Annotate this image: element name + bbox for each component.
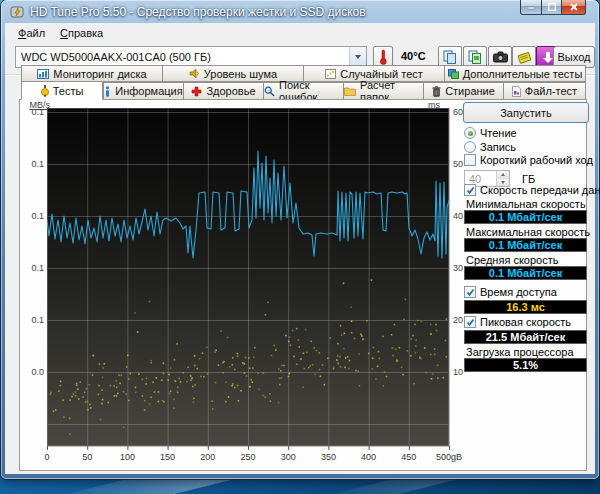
client-area: Файл Справка WDC WD5000AAKX-001CA0 (500 … [5, 23, 595, 474]
menu-bar: Файл Справка [5, 23, 595, 42]
right-axis-tick-label: 10 [453, 367, 463, 377]
access-time-checkbox[interactable]: Время доступа [464, 286, 557, 298]
left-axis-tick-label: 0.1 [20, 159, 44, 169]
tab-extra-tests[interactable]: Дополнительные тесты [444, 65, 586, 82]
max-speed-value: 0.1 Мбайт/сек [464, 238, 587, 252]
tab-label: Мониторинг диска [53, 68, 146, 80]
tab-label: Здоровье [206, 85, 255, 97]
tab-disk-monitor[interactable]: Мониторинг диска [21, 65, 163, 82]
benchmark-chart: MB/s ms 0.10.10.10.10.10.060504030201005… [20, 100, 461, 471]
x-axis-tick-label: 450 [389, 452, 429, 462]
radio-selected-icon [464, 127, 476, 139]
right-axis-tick-label: 40 [453, 211, 463, 221]
drive-select-value: WDC WD5000AAKX-001CA0 (500 ГБ) [16, 51, 349, 63]
copy-image-icon [468, 50, 482, 64]
tab-label: Файл-тест [525, 85, 577, 97]
disk-monitor-icon [37, 69, 49, 79]
cpu-usage-label: Загрузка процессора [466, 346, 574, 358]
tab-error-scan[interactable]: Поиск ошибок [263, 82, 344, 100]
menu-help[interactable]: Справка [54, 25, 109, 41]
left-axis-tick-label: 0.1 [20, 315, 44, 325]
temperature-value: 40°C [401, 50, 426, 62]
x-axis-tick-label: 200 [188, 452, 228, 462]
x-axis-tick-label: 300 [268, 452, 308, 462]
trash-icon [432, 86, 441, 97]
chevron-down-icon [355, 55, 361, 59]
caption-buttons [520, 0, 586, 15]
right-axis-tick-label: 20 [453, 315, 463, 325]
save-note-icon [517, 51, 532, 64]
folder-icon [344, 86, 356, 96]
cpu-usage-value: 5.1% [464, 358, 587, 372]
burst-rate-value: 21.5 Мбайт/сек [464, 330, 587, 344]
tab-tests[interactable]: Тесты [21, 81, 103, 100]
tab-label: Информация [115, 85, 182, 97]
tab-folder-usage[interactable]: Расчет папок [343, 82, 424, 100]
min-speed-label: Минимальная скорость [466, 198, 586, 210]
checkbox-checked-icon [464, 316, 476, 328]
left-axis-tick-label: 0.1 [20, 211, 44, 221]
combo-dropdown-arrow[interactable] [349, 47, 366, 67]
spinner-up-button[interactable] [497, 171, 509, 179]
write-radio[interactable]: Запись [464, 141, 516, 153]
maximize-icon [548, 3, 556, 11]
close-icon [570, 3, 578, 11]
checkbox-unchecked-icon [464, 154, 476, 166]
tab-label: Дополнительные тесты [463, 68, 583, 80]
speaker-icon [189, 68, 200, 79]
radio-unselected-icon [464, 141, 476, 153]
x-axis-tick-label: 500gB [429, 452, 469, 462]
tab-label: Уровень шума [204, 68, 277, 80]
checkbox-checked-icon [464, 286, 476, 298]
burst-rate-checkbox[interactable]: Пиковая скорость [464, 316, 571, 328]
maximize-button[interactable] [542, 0, 562, 15]
right-axis-tick-label: 50 [453, 159, 463, 169]
x-axis-tick-label: 100 [107, 452, 147, 462]
x-axis-tick-label: 400 [349, 452, 389, 462]
min-speed-value: 0.1 Мбайт/сек [464, 210, 587, 224]
title-bar[interactable]: HD Tune Pro 5.50 - Средство проверки жес… [1, 0, 599, 23]
x-axis-tick-label: 350 [308, 452, 348, 462]
minimize-icon [527, 4, 535, 10]
tab-label: Тесты [53, 85, 84, 97]
tab-label: Стирание [445, 85, 495, 97]
random-test-icon [325, 69, 336, 79]
x-axis-tick-label: 250 [228, 452, 268, 462]
x-axis-tick-label: 150 [148, 452, 188, 462]
access-time-value: 16.3 мс [464, 300, 587, 314]
max-speed-label: Максимальная скорость [466, 226, 590, 238]
left-axis-tick-label: 0.0 [20, 367, 44, 377]
app-window: HD Tune Pro 5.50 - Средство проверки жес… [1, 0, 599, 479]
info-icon [104, 86, 111, 97]
read-radio[interactable]: Чтение [464, 127, 517, 139]
tests-tab-page: MB/s ms 0.10.10.10.10.10.060504030201005… [19, 99, 587, 471]
benchmark-plot [47, 108, 451, 453]
x-axis-tick-label: 0 [27, 452, 67, 462]
tab-file-benchmark[interactable]: Файл-тест [503, 82, 586, 100]
avg-speed-value: 0.1 Мбайт/сек [464, 266, 587, 280]
tab-info[interactable]: Информация [103, 82, 184, 100]
copy-icon [443, 50, 457, 64]
menu-file[interactable]: Файл [12, 25, 51, 41]
right-axis-tick-label: 30 [453, 263, 463, 273]
camera-icon [493, 51, 508, 63]
tab-health[interactable]: Здоровье [183, 82, 264, 100]
file-test-icon [512, 86, 521, 97]
extra-tests-icon [448, 69, 459, 79]
magnifier-icon [264, 86, 275, 97]
minimize-button[interactable] [520, 0, 542, 15]
start-button[interactable]: Запустить [463, 102, 589, 123]
tab-erase[interactable]: Стирание [423, 82, 504, 100]
window-title: HD Tune Pro 5.50 - Средство проверки жес… [30, 5, 366, 19]
health-cross-icon [191, 86, 202, 97]
tab-label: Случайный тест [340, 68, 423, 80]
short-stroke-checkbox[interactable]: Короткий рабочий ход [464, 154, 593, 166]
avg-speed-label: Средняя скорость [466, 254, 558, 266]
transfer-rate-checkbox[interactable]: Скорость передачи данных [464, 184, 600, 196]
chevron-up-icon [501, 173, 505, 176]
close-button[interactable] [562, 0, 586, 15]
left-axis-tick-label: 0.1 [20, 107, 44, 117]
x-axis-tick-label: 50 [67, 452, 107, 462]
app-icon [10, 5, 24, 19]
spark-plug-icon [41, 85, 49, 97]
